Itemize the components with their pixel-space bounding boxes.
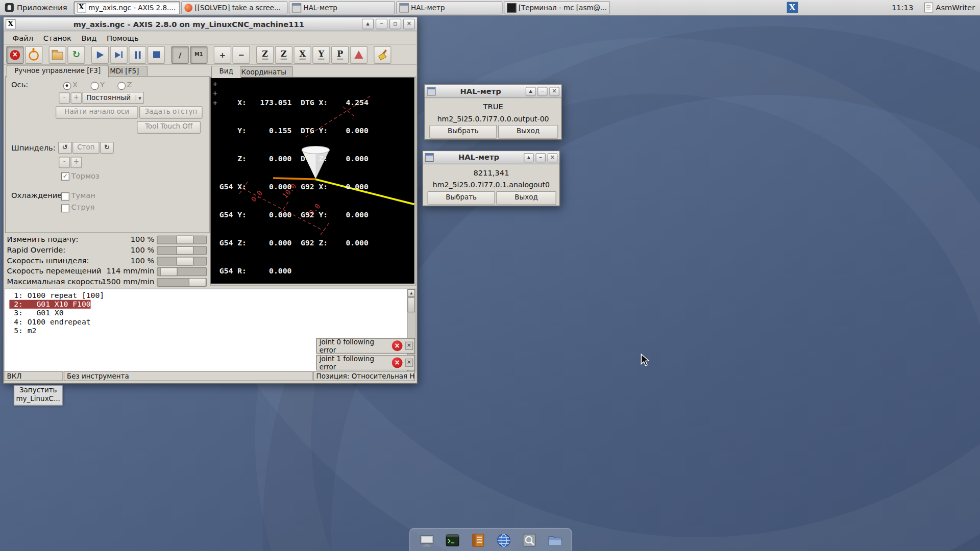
block-delete-toggle[interactable]: / bbox=[172, 46, 189, 63]
hal2-titlebar[interactable]: HAL-метр ▴ – × bbox=[423, 151, 559, 164]
hal1-titlebar[interactable]: HAL-метр ▴ – × bbox=[425, 85, 561, 98]
reload-button[interactable]: ↻ bbox=[67, 46, 85, 63]
toast-close-button[interactable]: × bbox=[405, 359, 413, 367]
open-file-button[interactable] bbox=[49, 46, 66, 63]
close-icon[interactable]: × bbox=[548, 153, 558, 162]
optional-stop-icon: M1 bbox=[194, 52, 203, 58]
app-finder-icon[interactable] bbox=[521, 532, 537, 548]
rotate-view-button[interactable] bbox=[350, 46, 368, 63]
pause-button[interactable] bbox=[129, 46, 146, 63]
slider-handle[interactable] bbox=[176, 246, 193, 255]
taskbar-button-terminal[interactable]: [Терминал - mc [asm@... bbox=[503, 1, 609, 14]
shade-icon[interactable]: ▴ bbox=[526, 87, 536, 96]
gcode-line[interactable]: 1: O100 repeat [100] bbox=[5, 291, 416, 300]
estop-button[interactable]: × bbox=[6, 46, 23, 63]
rapid-override-slider[interactable] bbox=[157, 246, 207, 255]
hal-meter-window-1: HAL-метр ▴ – × TRUE hm2_5i25.0.7i77.0.0.… bbox=[424, 84, 561, 140]
gcode-line[interactable]: 5: m2 bbox=[5, 326, 416, 335]
tray-asmwriter[interactable]: AsmWriter bbox=[924, 3, 975, 13]
clear-plot-button[interactable] bbox=[374, 46, 391, 63]
radio-axis-y[interactable] bbox=[91, 82, 99, 90]
slider-handle[interactable] bbox=[176, 236, 193, 244]
menu-view[interactable]: Вид bbox=[77, 32, 102, 43]
tray-axis-icon[interactable]: X bbox=[787, 2, 798, 13]
spindle-override-slider[interactable] bbox=[157, 257, 207, 265]
shade-icon[interactable]: ▴ bbox=[362, 19, 374, 30]
taskbar-button-browser[interactable]: [[SOLVED] take a scree... bbox=[181, 1, 287, 14]
gcode-line[interactable]: 3: G01 X0 bbox=[5, 309, 416, 317]
slider-handle[interactable] bbox=[176, 257, 193, 265]
toast-close-button[interactable]: × bbox=[405, 342, 413, 350]
minimize-icon[interactable]: – bbox=[535, 153, 546, 162]
feed-override-slider[interactable] bbox=[157, 236, 207, 244]
brake-checkbox[interactable]: ✓ bbox=[61, 172, 69, 181]
taskbar-button-halmeter-2[interactable]: HAL-метр bbox=[396, 1, 502, 14]
show-desktop-icon[interactable] bbox=[419, 532, 435, 548]
view-z-button[interactable]: Z bbox=[256, 46, 274, 63]
desktop-launcher[interactable]: Запустить my_LinuxC... bbox=[14, 386, 63, 406]
slider-handle[interactable] bbox=[189, 278, 206, 287]
set-offset-button[interactable]: Задать отступ bbox=[139, 106, 203, 118]
spindle-stop-button[interactable]: Стоп bbox=[72, 142, 100, 154]
stop-button[interactable] bbox=[148, 46, 165, 63]
view-x-button[interactable]: X bbox=[294, 46, 311, 63]
maximize-icon[interactable]: ▫ bbox=[389, 19, 401, 30]
view-p-button[interactable]: P bbox=[331, 46, 349, 63]
close-icon[interactable]: × bbox=[403, 19, 415, 30]
tab-preview[interactable]: Вид bbox=[211, 66, 241, 78]
applications-menu-button[interactable]: Приложения bbox=[0, 0, 72, 15]
jog-speed-slider[interactable] bbox=[157, 267, 207, 276]
hal1-select-button[interactable]: Выбрать bbox=[429, 125, 497, 139]
minimize-icon[interactable]: – bbox=[537, 87, 548, 96]
hal1-exit-button[interactable]: Выход bbox=[498, 125, 558, 139]
preview-canvas[interactable]: 0.0 10.0 10.0 + + + X: 173.051 DTG X: 4.… bbox=[211, 78, 414, 284]
radio-axis-x[interactable] bbox=[63, 82, 71, 90]
shade-icon[interactable]: ▴ bbox=[524, 153, 534, 162]
jog-mode-dropdown[interactable]: Постоянный ▾ bbox=[83, 92, 144, 104]
max-velocity-slider[interactable] bbox=[157, 278, 207, 287]
menu-help[interactable]: Помощь bbox=[102, 32, 143, 43]
jog-plus-button[interactable]: + bbox=[70, 92, 82, 104]
menu-file[interactable]: Файл bbox=[8, 32, 38, 43]
view-y-button[interactable]: Y bbox=[312, 46, 330, 63]
radio-axis-z[interactable] bbox=[117, 82, 126, 90]
zoom-in-button[interactable]: + bbox=[214, 46, 231, 63]
gcode-line-active[interactable]: 2: G01 X10 F100 bbox=[5, 300, 416, 309]
view-z2-button[interactable]: Z bbox=[275, 46, 292, 63]
minimize-icon[interactable]: – bbox=[376, 19, 387, 30]
flood-checkbox[interactable] bbox=[61, 204, 69, 212]
taskbar-button-axis[interactable]: X my_axis.ngc - AXIS 2.8.... bbox=[74, 1, 180, 14]
spindle-minus-button[interactable]: - bbox=[59, 157, 70, 168]
terminal-icon[interactable] bbox=[444, 532, 460, 548]
spindle-plus-button[interactable]: + bbox=[70, 157, 82, 168]
tool-touch-off-button[interactable]: Tool Touch Off bbox=[137, 121, 201, 134]
home-axis-button[interactable]: Найти начало оси bbox=[56, 106, 138, 118]
axis-titlebar[interactable]: X my_axis.ngc - AXIS 2.8.0 on my_LinuxCN… bbox=[4, 17, 416, 31]
step-button[interactable] bbox=[110, 46, 128, 63]
hal-window-icon bbox=[427, 87, 435, 95]
machine-power-button[interactable] bbox=[25, 46, 42, 63]
optional-stop-toggle[interactable]: M1 bbox=[190, 46, 207, 63]
tab-dro[interactable]: Координаты bbox=[234, 66, 293, 78]
taskbar-button-halmeter-1[interactable]: HAL-метр bbox=[288, 1, 395, 14]
spindle-ccw-button[interactable]: ↺ bbox=[58, 142, 72, 154]
browser-tab-icon bbox=[184, 4, 192, 12]
gcode-line[interactable]: 4: O100 endrepeat bbox=[5, 317, 416, 326]
web-browser-icon[interactable] bbox=[495, 532, 511, 548]
scrollbar-thumb[interactable] bbox=[407, 297, 415, 312]
mist-checkbox[interactable] bbox=[61, 192, 69, 201]
zoom-out-button[interactable]: − bbox=[233, 46, 250, 63]
hal2-select-button[interactable]: Выбрать bbox=[428, 191, 495, 205]
spindle-cw-button[interactable]: ↻ bbox=[100, 142, 114, 154]
run-button[interactable] bbox=[91, 46, 109, 63]
jog-minus-button[interactable]: - bbox=[59, 92, 70, 104]
slider-handle[interactable] bbox=[160, 267, 178, 276]
text-editor-icon[interactable] bbox=[470, 532, 486, 548]
stop-icon bbox=[153, 51, 159, 58]
menu-machine[interactable]: Станок bbox=[38, 32, 77, 43]
tab-manual-control[interactable]: Ручное управление [F3] bbox=[6, 65, 109, 77]
hal2-exit-button[interactable]: Выход bbox=[496, 191, 556, 205]
close-icon[interactable]: × bbox=[549, 87, 559, 96]
file-manager-icon[interactable] bbox=[547, 532, 563, 548]
scroll-up-icon[interactable]: ▲ bbox=[407, 289, 415, 297]
